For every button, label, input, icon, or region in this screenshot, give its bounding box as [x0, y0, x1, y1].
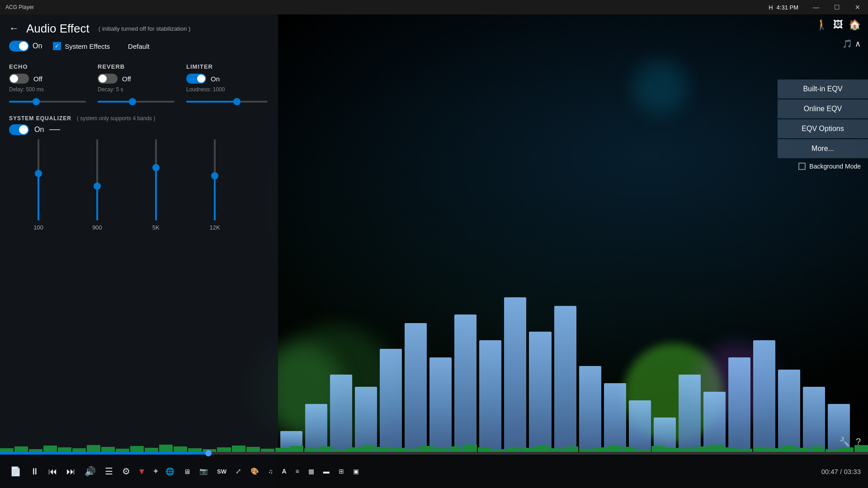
eq-slider-5k[interactable]: [155, 139, 157, 221]
system-effects-checkbox[interactable]: ✓: [53, 42, 61, 50]
star-icon[interactable]: ✦: [152, 466, 159, 476]
bottom-viz-bar: [854, 445, 868, 452]
palette-icon[interactable]: 🎨: [248, 465, 262, 477]
progress-bar[interactable]: [0, 452, 868, 455]
right-menu: Built-in EQV Online EQV EQV Options More…: [778, 80, 868, 174]
close-button[interactable]: ✕: [847, 0, 868, 14]
titlebar: ACG Player H 4:31 PM — ☐ ✕: [0, 0, 868, 14]
walk-icon[interactable]: 🚶: [816, 19, 828, 31]
user-letter: H: [769, 4, 773, 11]
online-eqv-button[interactable]: Online EQV: [778, 99, 868, 118]
eq-thumb-5k[interactable]: [152, 164, 160, 171]
main-toggle-track[interactable]: [9, 41, 29, 52]
menu-icon[interactable]: ≡: [293, 466, 302, 477]
echo-toggle-row: Off: [9, 74, 72, 84]
freq-bar: [579, 366, 601, 452]
home-icon[interactable]: 🏠: [849, 19, 861, 31]
text-icon[interactable]: A: [279, 466, 289, 477]
effects-section: ECHO Off Delay: 500 ms REVERB: [0, 59, 278, 106]
bokeh-blob-cyan: [633, 60, 687, 114]
right-top-icons: 🚶 🖼 🏠: [778, 14, 868, 35]
next-button[interactable]: ⏭: [64, 465, 78, 479]
echo-label: ECHO: [9, 63, 72, 70]
freq-bar: [778, 370, 800, 452]
limiter-toggle-row: On: [186, 74, 251, 84]
bottom-viz-bar: [406, 449, 419, 452]
back-button[interactable]: ←: [7, 21, 21, 36]
echo-slider-thumb[interactable]: [33, 98, 40, 105]
limiter-slider-fill: [186, 101, 237, 103]
eq-band-5k: 5K: [127, 139, 185, 231]
eq-fill-100: [38, 174, 39, 221]
minimize-button[interactable]: —: [806, 0, 826, 14]
bottom-viz-bar: [217, 447, 231, 452]
expand-icon[interactable]: ⤢: [233, 465, 244, 477]
bottom-viz-bar: [319, 446, 332, 452]
chevron-up-icon[interactable]: ∧: [855, 39, 861, 49]
reverb-toggle-row: Off: [98, 74, 161, 84]
echo-toggle[interactable]: [9, 74, 29, 84]
pip-icon[interactable]: ⊞: [336, 466, 347, 477]
eq-slider-100[interactable]: [38, 139, 39, 221]
music-icon[interactable]: ♫: [265, 466, 276, 477]
bottom-viz-bar: [463, 445, 477, 452]
settings-button[interactable]: ⚙: [119, 464, 133, 479]
bottom-viz-bar: [362, 445, 376, 452]
rect-icon[interactable]: ▬: [321, 466, 332, 477]
music-note-icon[interactable]: 🎵: [842, 39, 852, 49]
bottom-viz-bar: [753, 447, 767, 452]
bottom-viz-bar: [724, 447, 738, 452]
limiter-slider-thumb[interactable]: [233, 98, 241, 105]
eq-thumb-100[interactable]: [35, 170, 42, 177]
prev-button[interactable]: ⏮: [46, 465, 60, 479]
reverb-slider[interactable]: [98, 97, 175, 106]
pause-button[interactable]: ⏸: [28, 465, 42, 479]
background-mode-checkbox[interactable]: [798, 163, 806, 170]
progress-thumb[interactable]: [205, 450, 212, 456]
bottom-viz-bar: [434, 448, 448, 452]
eqv-options-button[interactable]: EQV Options: [778, 119, 868, 138]
frequency-bars: [262, 271, 868, 452]
eq-toggle[interactable]: [9, 124, 29, 135]
file-button[interactable]: 📄: [7, 464, 24, 479]
bottom-visualizer: [0, 443, 868, 452]
echo-slider[interactable]: [9, 97, 86, 106]
builtin-eqv-button[interactable]: Built-in EQV: [778, 80, 868, 99]
grid-icon[interactable]: ▦: [306, 466, 317, 477]
echo-state: Off: [33, 75, 42, 83]
main-toggle-label: On: [33, 42, 42, 50]
reverb-toggle[interactable]: [98, 74, 118, 84]
default-button[interactable]: Default: [128, 42, 150, 50]
dropdown-button[interactable]: ▾: [137, 464, 147, 479]
eq-toggle-label: On: [34, 126, 44, 134]
system-effects-checkbox-row[interactable]: ✓ System Effects: [53, 42, 110, 50]
echo-sublabel: Delay: 500 ms: [9, 86, 72, 93]
bottom-viz-bar: [145, 448, 158, 452]
reverb-slider-thumb[interactable]: [129, 98, 136, 105]
eq-thumb-900[interactable]: [94, 183, 101, 190]
bottom-viz-bar: [159, 445, 173, 452]
bottom-viz-bar: [174, 446, 187, 452]
more-button[interactable]: More...: [778, 139, 868, 158]
volume-button[interactable]: 🔊: [82, 464, 99, 479]
image-icon[interactable]: 🖼: [833, 19, 843, 31]
cast-icon[interactable]: ▣: [350, 466, 362, 477]
freq-bar: [604, 383, 626, 452]
eq-slider-12k[interactable]: [214, 139, 216, 221]
main-audio-toggle[interactable]: On: [9, 41, 42, 52]
limiter-toggle[interactable]: [186, 74, 206, 84]
bottom-viz-bar: [565, 446, 578, 452]
bottom-viz-bar: [348, 447, 361, 452]
screen-icon[interactable]: 🖥: [181, 466, 193, 477]
eq-slider-900[interactable]: [96, 139, 98, 221]
maximize-button[interactable]: ☐: [826, 0, 847, 14]
sw-icon[interactable]: SW: [214, 466, 229, 477]
eq-thumb-12k[interactable]: [211, 172, 218, 179]
freq-bar: [380, 349, 402, 452]
globe-icon[interactable]: 🌐: [163, 465, 177, 478]
limiter-slider[interactable]: [186, 97, 268, 106]
playlist-button[interactable]: ☰: [102, 464, 116, 479]
camera-icon[interactable]: 📷: [197, 465, 211, 477]
freq-bar: [479, 340, 501, 452]
limiter-label: LIMITER: [186, 63, 251, 70]
